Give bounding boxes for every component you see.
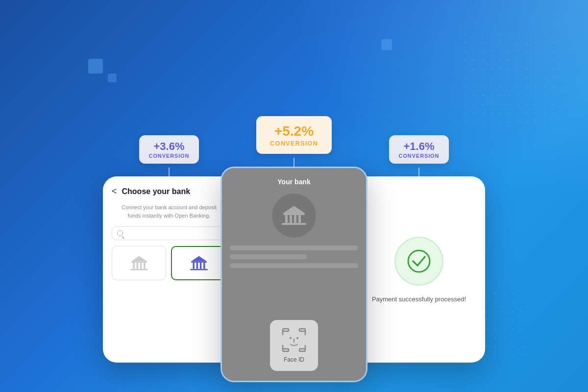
center-phone-wrapper: +5.2% CONVERSION Your bank	[220, 116, 368, 382]
right-badge-label: CONVERSION	[399, 153, 440, 159]
bank-option-unselected[interactable]	[112, 246, 166, 280]
svg-rect-19	[282, 223, 306, 225]
checkmark-icon	[407, 249, 431, 273]
left-phone-header: < Choose your bank	[112, 186, 226, 196]
right-connector	[418, 168, 419, 176]
svg-rect-18	[298, 215, 301, 223]
face-id-card[interactable]: Face ID	[270, 320, 318, 371]
right-phone-wrapper: +1.6% CONVERSION Payment successfully pr…	[353, 135, 485, 363]
left-badge-label: CONVERSION	[149, 153, 190, 159]
success-circle	[394, 237, 443, 286]
bank-search-bar[interactable]	[112, 226, 226, 240]
svg-rect-5	[130, 269, 148, 270]
svg-rect-17	[294, 215, 296, 223]
svg-rect-21	[283, 329, 289, 331]
back-arrow-icon[interactable]: <	[112, 186, 117, 196]
right-conversion-badge: +1.6% CONVERSION	[389, 135, 449, 164]
right-badge-percent: +1.6%	[399, 140, 440, 153]
svg-rect-3	[140, 263, 142, 269]
left-badge-percent: +3.6%	[149, 140, 190, 153]
svg-rect-16	[290, 215, 292, 223]
left-phone-title: Choose your bank	[122, 187, 191, 196]
svg-point-27	[408, 250, 430, 272]
left-connector	[169, 168, 170, 176]
face-id-label: Face ID	[284, 356, 304, 363]
center-conversion-badge: +5.2% CONVERSION	[256, 116, 332, 154]
center-badge-percent: +5.2%	[270, 123, 318, 140]
main-scene: +3.6% CONVERSION < Choose your bank Conn…	[0, 0, 588, 392]
svg-rect-4	[144, 263, 146, 269]
svg-rect-11	[203, 263, 205, 269]
bank-icon-blue	[190, 254, 208, 272]
center-phone-content: Your bank	[222, 168, 366, 381]
svg-rect-15	[285, 215, 288, 223]
svg-point-25	[290, 337, 292, 339]
svg-marker-20	[283, 206, 305, 213]
center-badge-label: CONVERSION	[270, 140, 318, 147]
center-bank-icon	[282, 205, 306, 226]
left-phone-subtitle: Connect your bank account and depositfun…	[112, 203, 226, 220]
bank-line-3	[230, 263, 358, 268]
svg-rect-1	[133, 263, 135, 269]
right-phone-screen: Payment successfully processed!	[353, 176, 485, 363]
success-message: Payment successfully processed!	[372, 295, 466, 303]
svg-rect-10	[199, 263, 201, 269]
svg-rect-24	[299, 349, 305, 351]
svg-rect-9	[196, 263, 198, 269]
svg-rect-7	[191, 261, 206, 263]
search-icon	[117, 230, 123, 236]
svg-rect-2	[136, 263, 138, 269]
svg-marker-6	[131, 256, 147, 262]
bank-line-2	[230, 254, 307, 259]
svg-marker-13	[191, 256, 206, 262]
svg-rect-8	[193, 263, 195, 269]
face-id-icon	[282, 328, 306, 352]
svg-rect-22	[283, 349, 289, 351]
bank-options-list	[112, 246, 226, 280]
left-phone-content: < Choose your bank Connect your bank acc…	[103, 176, 235, 363]
left-phone-wrapper: +3.6% CONVERSION < Choose your bank Conn…	[103, 135, 235, 363]
svg-rect-12	[190, 269, 208, 270]
center-bank-icon-circle	[272, 194, 316, 238]
center-bank-lines	[230, 245, 358, 312]
bank-line-1	[230, 245, 358, 250]
svg-rect-14	[283, 213, 305, 215]
center-phone-title: Your bank	[277, 178, 310, 186]
svg-point-26	[296, 337, 298, 339]
left-conversion-badge: +3.6% CONVERSION	[139, 135, 199, 164]
left-phone-screen: < Choose your bank Connect your bank acc…	[103, 176, 235, 363]
svg-rect-0	[131, 261, 147, 263]
right-phone-content: Payment successfully processed!	[353, 176, 485, 363]
center-phone-screen: Your bank	[220, 167, 368, 382]
bank-icon-gray	[130, 254, 148, 272]
svg-rect-23	[299, 329, 305, 331]
bank-option-selected[interactable]	[171, 246, 226, 280]
center-connector	[294, 158, 294, 167]
